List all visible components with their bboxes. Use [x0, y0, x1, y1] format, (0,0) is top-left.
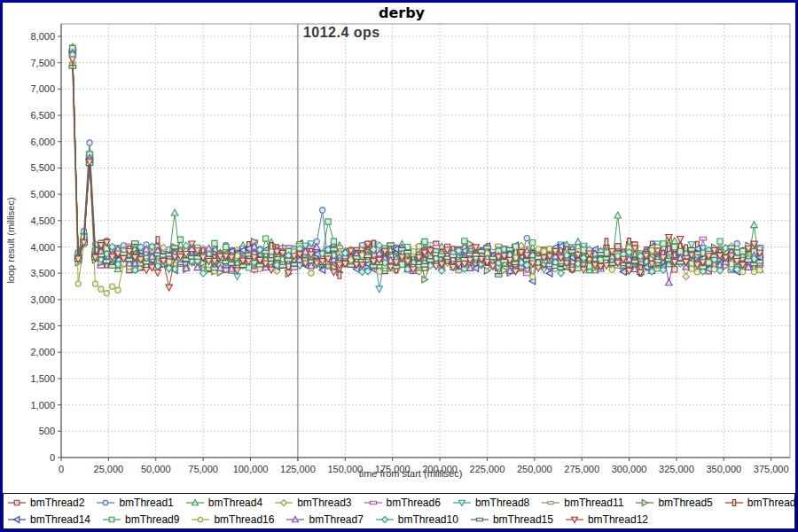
- legend: bmThread2bmThread1bmThread4bmThread3bmTh…: [3, 493, 795, 529]
- legend-label: bmThread16: [214, 512, 274, 528]
- triangle-down-marker-icon: [452, 497, 472, 508]
- rect-h-marker-icon: [364, 497, 383, 508]
- legend-item-bmThread3: bmThread3: [274, 495, 351, 512]
- series-bmThread1: [70, 49, 763, 270]
- series-line: [73, 48, 760, 271]
- series-marker: [495, 274, 502, 278]
- y-tick-label: 5,500: [30, 162, 55, 173]
- series-marker: [756, 260, 763, 263]
- legend-item-bmThread16: bmThread16: [191, 512, 274, 528]
- triangle-down-marker-icon: [565, 514, 584, 525]
- series-marker: [700, 237, 707, 240]
- triangle-left-marker-icon: [7, 514, 27, 525]
- series-line: [73, 52, 760, 274]
- series-marker: [115, 287, 121, 293]
- series-marker: [677, 237, 684, 243]
- series-marker: [598, 253, 605, 256]
- series-bmThread4: [69, 43, 763, 273]
- series-marker: [109, 517, 114, 522]
- series-marker: [376, 286, 383, 293]
- series-marker: [751, 222, 758, 228]
- series-marker: [103, 260, 110, 263]
- x-tick-label: 75,000: [188, 464, 218, 474]
- series-marker: [177, 237, 183, 242]
- legend-row-1: bmThread2bmThread1bmThread4bmThread3bmTh…: [7, 495, 791, 512]
- series-bmThread2: [70, 45, 763, 274]
- series-marker: [524, 235, 529, 240]
- series-marker: [143, 268, 150, 274]
- chart-title: derby: [379, 4, 426, 21]
- x-tick-label: 250,000: [517, 464, 552, 474]
- y-tick-label: 8,000: [30, 31, 55, 42]
- series-marker: [614, 212, 622, 218]
- series-marker: [615, 244, 621, 249]
- series-marker: [338, 272, 341, 279]
- x-tick-label: 325,000: [659, 464, 694, 474]
- y-tick-label: 6,000: [30, 137, 55, 147]
- series-marker: [364, 254, 372, 258]
- series-marker: [683, 273, 690, 280]
- series-marker: [661, 241, 666, 246]
- x-tick-label: 300,000: [612, 464, 647, 474]
- y-tick-label: 6,500: [30, 110, 55, 121]
- x-tick-label: 275,000: [564, 464, 599, 474]
- y-tick-label: 0: [50, 452, 55, 463]
- y-tick-label: 2,000: [30, 347, 55, 357]
- series-marker: [558, 270, 565, 277]
- series-marker: [495, 244, 502, 247]
- x-axis-label: time from start (millisec): [359, 468, 463, 479]
- legend-label: bmThread3: [297, 495, 351, 512]
- legend-row-2: bmThread14bmThread9bmThread16bmThread7bm…: [7, 512, 791, 528]
- series-marker: [223, 244, 229, 249]
- legend-label: bmThread14: [30, 512, 90, 528]
- triangle-up-marker-icon: [185, 497, 205, 508]
- legend-item-bmThread4: bmThread4: [185, 495, 262, 512]
- legend-item-bmThread15: bmThread15: [470, 512, 553, 528]
- series-marker: [331, 270, 338, 276]
- series-marker: [631, 260, 638, 263]
- series-marker: [689, 266, 694, 271]
- x-tick-label: 100,000: [233, 464, 269, 474]
- y-tick-label: 3,000: [30, 294, 55, 305]
- y-tick-label: 7,000: [30, 83, 55, 94]
- legend-item-bmThread7: bmThread7: [286, 512, 363, 528]
- ellipse-h-marker-icon: [541, 497, 560, 508]
- series-marker: [131, 241, 138, 245]
- chart-window: 05001,0001,5002,0002,5003,0003,5004,0004…: [0, 0, 798, 532]
- y-tick-label: 4,000: [30, 242, 55, 253]
- series-marker: [281, 500, 287, 506]
- x-tick-label: 0: [59, 464, 64, 474]
- y-tick-label: 500: [39, 426, 55, 436]
- x-tick-label: 350,000: [706, 464, 741, 474]
- series-marker: [14, 517, 20, 523]
- x-tick-label: 25,000: [94, 464, 124, 474]
- series-line: [73, 50, 760, 270]
- legend-label: bmThread8: [475, 495, 529, 512]
- legend-label: bmThread15: [493, 512, 553, 528]
- series-marker: [666, 279, 673, 286]
- legend-item-bmThread9: bmThread9: [102, 512, 179, 528]
- series-marker: [320, 207, 325, 213]
- legend-item-bmThread8: bmThread8: [452, 495, 529, 512]
- series-marker: [110, 284, 115, 289]
- legend-item-bmThread2: bmThread2: [7, 495, 84, 512]
- series-line: [73, 55, 760, 273]
- legend-label: bmThread6: [387, 495, 441, 512]
- series-line: [73, 49, 760, 270]
- square-marker-icon: [102, 514, 121, 525]
- y-axis-label: loop result (millisec): [5, 197, 16, 283]
- legend-item-bmThread14: bmThread14: [7, 512, 90, 528]
- legend-item-bmThread13: bmThread13: [724, 495, 798, 512]
- series-marker: [387, 243, 395, 246]
- series-marker: [530, 274, 536, 279]
- legend-item-bmThread5: bmThread5: [635, 495, 712, 512]
- series-marker: [199, 517, 204, 522]
- series-marker: [677, 261, 684, 264]
- series-marker: [171, 246, 178, 249]
- diamond-marker-icon: [375, 514, 395, 525]
- series-marker: [381, 517, 387, 523]
- x-tick-label: 375,000: [754, 464, 789, 474]
- series-marker: [156, 237, 160, 244]
- legend-label: bmThread13: [747, 495, 798, 512]
- series-marker: [279, 264, 286, 268]
